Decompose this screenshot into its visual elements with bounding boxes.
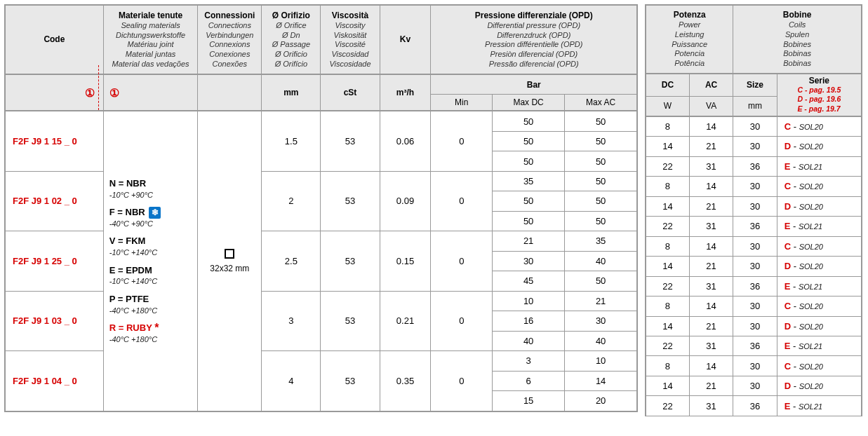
p41ac: 14 xyxy=(565,371,637,390)
min-1: 0 xyxy=(431,171,493,231)
w-4-1: 14 xyxy=(646,376,689,395)
kv-2: 0.15 xyxy=(380,231,431,291)
kv-4: 0.35 xyxy=(380,351,431,411)
serie-1-0: C - SOL20 xyxy=(777,177,862,196)
va-0-1: 21 xyxy=(689,137,733,156)
p41dc: 6 xyxy=(493,371,565,390)
code-0: F2F J9 1 15 _ 0 xyxy=(5,111,103,171)
va-1-2: 31 xyxy=(689,217,733,236)
p10dc: 35 xyxy=(493,171,565,191)
hdr-orifice: Ø Orifizio Ø Orifice Ø Dn Ø Passage Ø Or… xyxy=(262,5,321,74)
p40ac: 10 xyxy=(565,351,637,371)
va-2-2: 31 xyxy=(689,276,733,296)
p00dc: 50 xyxy=(493,111,565,131)
cst-0: 53 xyxy=(321,111,380,171)
sub-m3h: m³/h xyxy=(380,74,431,111)
serie-3-2: E - SOL21 xyxy=(777,336,862,356)
snowflake-icon: ❄ xyxy=(149,207,161,219)
serie-3-1: D - SOL20 xyxy=(777,316,862,336)
va-1-0: 14 xyxy=(689,177,733,196)
va-3-2: 31 xyxy=(689,336,733,356)
va-3-0: 14 xyxy=(689,297,733,316)
size-4-1: 30 xyxy=(733,376,777,395)
serie-1-1: D - SOL20 xyxy=(777,196,862,216)
size-1-2: 36 xyxy=(733,217,777,236)
va-4-0: 14 xyxy=(689,356,733,376)
mm-4: 4 xyxy=(262,351,321,411)
p10ac: 50 xyxy=(565,171,637,191)
sub-serie: Serie C - pag. 19.5 D - pag. 19.6 E - pa… xyxy=(777,74,862,116)
w-3-0: 8 xyxy=(646,297,689,316)
w-4-0: 8 xyxy=(646,356,689,376)
hdr-visc: Viscosità Viscosity Viskosität Viscosité… xyxy=(321,5,380,74)
code-1: F2F J9 1 02 _ 0 xyxy=(5,171,103,231)
p01ac: 50 xyxy=(565,131,637,151)
p12dc: 50 xyxy=(493,211,565,231)
sub-va: VA xyxy=(689,97,733,116)
p20ac: 35 xyxy=(565,231,637,251)
hdr-materials: Materiale tenute Sealing materials Dicht… xyxy=(103,5,198,74)
cst-1: 53 xyxy=(321,171,380,231)
p11ac: 50 xyxy=(565,191,637,211)
size-4-0: 30 xyxy=(733,356,777,376)
hdr-kv: Kv xyxy=(380,5,431,74)
va-3-1: 21 xyxy=(689,316,733,336)
serie-4-0: C - SOL20 xyxy=(777,356,862,376)
va-4-1: 21 xyxy=(689,376,733,395)
p42ac: 20 xyxy=(565,391,637,411)
size-2-1: 30 xyxy=(733,257,777,276)
w-4-2: 22 xyxy=(646,396,689,416)
serie-4-2: E - SOL21 xyxy=(777,396,862,416)
size-3-0: 30 xyxy=(733,297,777,316)
va-0-2: 31 xyxy=(689,156,733,176)
p02dc: 50 xyxy=(493,151,565,171)
p01dc: 50 xyxy=(493,131,565,151)
p11dc: 50 xyxy=(493,191,565,211)
serie-0-0: C - SOL20 xyxy=(777,116,862,137)
hdr-opd: Pressione differenziale (OPD) Differenti… xyxy=(431,5,637,74)
va-1-1: 21 xyxy=(689,196,733,216)
sub-min: Min xyxy=(431,94,493,111)
sub-mm: mm xyxy=(262,74,321,111)
p31dc: 16 xyxy=(493,311,565,331)
right-table: Potenza Power Leistung Puissance Potenci… xyxy=(645,4,862,416)
kv-1: 0.09 xyxy=(380,171,431,231)
main-table: Code Materiale tenute Sealing materials … xyxy=(4,4,638,412)
min-3: 0 xyxy=(431,291,493,350)
w-0-2: 22 xyxy=(646,156,689,176)
kv-0: 0.06 xyxy=(380,111,431,171)
hdr-conn: Connessioni Connections Verbindungen Con… xyxy=(198,5,262,74)
serie-2-2: E - SOL21 xyxy=(777,276,862,296)
code-3: F2F J9 1 03 _ 0 xyxy=(5,291,103,350)
sub-dc: DC xyxy=(646,74,689,97)
min-0: 0 xyxy=(431,111,493,171)
cst-4: 53 xyxy=(321,351,380,411)
p30dc: 10 xyxy=(493,291,565,311)
serie-0-2: E - SOL21 xyxy=(777,156,862,176)
w-2-2: 22 xyxy=(646,276,689,296)
sub-maxac: Max AC xyxy=(565,94,637,111)
p21ac: 40 xyxy=(565,251,637,271)
p40dc: 3 xyxy=(493,351,565,371)
size-0-2: 36 xyxy=(733,156,777,176)
serie-2-0: C - SOL20 xyxy=(777,236,862,256)
mm-0: 1.5 xyxy=(262,111,321,171)
note1-code: ① xyxy=(5,74,103,111)
w-1-0: 8 xyxy=(646,177,689,196)
p12ac: 50 xyxy=(565,211,637,231)
w-1-1: 14 xyxy=(646,196,689,216)
square-icon xyxy=(225,249,234,259)
code-2: F2F J9 1 25 _ 0 xyxy=(5,231,103,291)
sub-bar: Bar xyxy=(431,74,637,94)
w-0-0: 8 xyxy=(646,116,689,137)
mm-3: 3 xyxy=(262,291,321,350)
p00ac: 50 xyxy=(565,111,637,131)
size-2-0: 30 xyxy=(733,236,777,256)
sub-blank-conn xyxy=(198,74,262,111)
note1-mat: ① xyxy=(103,74,198,111)
cst-3: 53 xyxy=(321,291,380,350)
va-2-0: 14 xyxy=(689,236,733,256)
w-0-1: 14 xyxy=(646,137,689,156)
w-2-1: 14 xyxy=(646,257,689,276)
mm-1: 2 xyxy=(262,171,321,231)
